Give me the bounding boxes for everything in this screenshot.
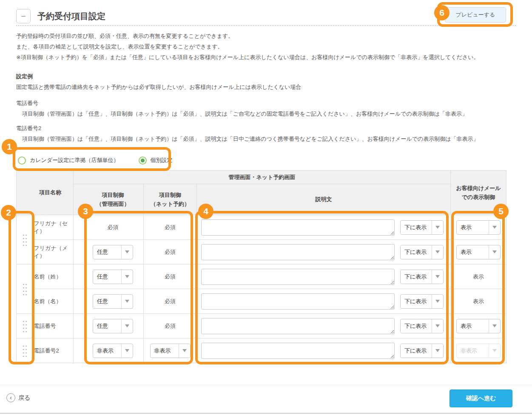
column-header-item-name: 項目名称: [17, 171, 74, 215]
column-header-description: 説明文: [197, 184, 451, 215]
table-row: 電話番号 任意 必須 下に表示 表示: [17, 314, 506, 338]
column-header-mail-control: お客様向けメール での表示制御: [451, 171, 506, 215]
title-divider: [16, 25, 516, 26]
example-item-name: 電話番号2: [16, 123, 516, 134]
description-line: ※項目制御（ネット予約）を「必須」または「任意」にしている項目をお客様向けメール…: [16, 52, 516, 63]
mail-control-select[interactable]: 表示: [456, 245, 501, 259]
dropdown-arrow-icon: [121, 245, 133, 259]
example-item-phone2: 電話番号2 項目制御（管理画面）は「任意」、項目制御（ネット予約）は「必須」、説…: [16, 123, 516, 144]
net-control-value: 必須: [165, 298, 176, 304]
admin-control-select[interactable]: 任意: [93, 270, 133, 284]
preview-button-label: プレビューする: [456, 11, 495, 19]
position-select[interactable]: 下に表示: [400, 344, 444, 358]
net-control-value: 必須: [165, 249, 176, 255]
item-name: フリガナ（セイ）: [32, 215, 74, 240]
drag-handle-icon[interactable]: [22, 319, 27, 333]
mail-control-value: 表示: [473, 273, 484, 280]
admin-control-select[interactable]: 非表示: [93, 344, 133, 358]
item-name: フリガナ（メイ）: [32, 240, 74, 264]
dropdown-arrow-icon: [121, 344, 133, 358]
dropdown-arrow-icon: [432, 221, 443, 234]
setting-mode-radio-group: カレンダー設定に準拠（店舗単位） 個別設定: [18, 154, 173, 166]
column-header-net-control: 項目制御 （ネット予約）: [144, 184, 197, 215]
page-description: 予約登録時の受付項目の並び順、必須・任意、表示の有無を変更することができます。 …: [16, 31, 516, 63]
net-control-value: 必須: [165, 224, 176, 230]
admin-control-select[interactable]: 任意: [93, 294, 133, 309]
description-textarea[interactable]: [201, 269, 395, 285]
mail-control-select-disabled: 非表示: [456, 344, 501, 358]
footer-divider: [0, 385, 532, 385]
radio-label: 個別設定: [151, 156, 173, 164]
example-heading: 設定例: [16, 71, 516, 82]
table-row: 電話番号2 非表示 非表示 下に表示 非表示: [17, 338, 506, 363]
radio-icon: [18, 156, 26, 165]
description-textarea[interactable]: [201, 343, 395, 359]
annotation-number-badge: 1: [2, 139, 17, 154]
example-item-detail: 項目制御（管理画面）は「任意」、項目制御（ネット予約）は「必須」、説明文は「ご自…: [16, 108, 516, 119]
position-select[interactable]: 下に表示: [400, 294, 444, 309]
drag-handle-icon[interactable]: [22, 233, 27, 246]
net-control-value: 必須: [165, 273, 176, 280]
collapse-section-button[interactable]: −: [16, 9, 31, 23]
dropdown-arrow-icon: [432, 245, 443, 259]
confirm-button[interactable]: 確認へ進む: [449, 389, 512, 407]
column-header-admin-control: 項目制御 （管理画面）: [74, 184, 144, 215]
description-textarea[interactable]: [201, 318, 395, 334]
admin-control-value: 必須: [108, 224, 119, 230]
back-button[interactable]: ‹ 戻る: [6, 393, 30, 402]
position-select[interactable]: 下に表示: [400, 319, 444, 333]
page-title: 予約受付項目設定: [37, 11, 105, 22]
dropdown-arrow-icon: [121, 295, 133, 308]
radio-label: カレンダー設定に準拠（店舗単位）: [30, 156, 119, 164]
item-name: 電話番号: [32, 314, 74, 338]
admin-control-select[interactable]: 任意: [93, 319, 133, 333]
radio-checked-icon: [139, 156, 147, 165]
dropdown-arrow-icon: [179, 344, 190, 358]
drag-handle-icon[interactable]: [22, 282, 27, 296]
bottom-border: [0, 413, 532, 414]
net-control-select[interactable]: 非表示: [150, 344, 191, 358]
preview-button[interactable]: プレビューする: [445, 7, 506, 23]
example-item-phone: 電話番号 項目制御（管理画面）は「任意」、項目制御（ネット予約）は「必須」、説明…: [16, 98, 516, 119]
description-textarea[interactable]: [201, 244, 395, 260]
confirm-button-label: 確認へ進む: [466, 395, 496, 402]
chevron-left-icon: ‹: [6, 393, 15, 402]
dropdown-arrow-icon: [121, 270, 133, 284]
dropdown-arrow-icon: [432, 270, 443, 284]
table-row: フリガナ（メイ） 任意 必須 下に表示 表示: [17, 240, 506, 264]
reservation-items-table: 項目名称 管理画面・ネット予約画面 お客様向けメール での表示制御 項目制御 （…: [16, 170, 506, 363]
net-control-value: 必須: [165, 323, 176, 329]
description-textarea[interactable]: [201, 219, 395, 236]
item-name: 名前（名）: [32, 289, 74, 314]
dropdown-arrow-icon: [432, 344, 443, 358]
example-text: 固定電話と携帯電話の連絡先をネット予約からは必ず取得したいが、お客様向けメール上…: [16, 82, 516, 92]
mail-control-value: 表示: [473, 298, 484, 304]
annotation-number-badge: 2: [1, 205, 16, 220]
table-row: 名前（名） 任意 必須 下に表示 表示: [17, 289, 506, 314]
table-row: フリガナ（セイ） 必須 必須 下に表示 表示: [17, 215, 506, 240]
drag-handle-icon[interactable]: [22, 344, 27, 357]
mail-control-select[interactable]: 表示: [456, 319, 501, 333]
position-select[interactable]: 下に表示: [400, 220, 444, 235]
example-item-detail: 項目制御（管理画面）は「任意」、項目制御（ネット予約）は「必須」、説明文は「日中…: [16, 134, 516, 144]
column-header-group: 管理画面・ネット予約画面: [74, 171, 451, 184]
position-select[interactable]: 下に表示: [400, 245, 444, 259]
item-name: 名前（姓）: [32, 264, 74, 289]
mail-control-select[interactable]: 表示: [456, 220, 501, 235]
dropdown-arrow-icon: [489, 319, 500, 333]
dropdown-arrow-icon: [489, 221, 500, 234]
dropdown-arrow-icon: [489, 245, 500, 259]
back-button-label: 戻る: [18, 394, 30, 402]
dropdown-arrow-icon: [432, 319, 443, 333]
minus-icon: −: [21, 11, 26, 21]
position-select[interactable]: 下に表示: [400, 270, 444, 284]
admin-control-select[interactable]: 任意: [93, 245, 133, 259]
description-textarea[interactable]: [201, 293, 395, 310]
item-name: 電話番号2: [32, 338, 74, 363]
example-block: 設定例 固定電話と携帯電話の連絡先をネット予約からは必ず取得したいが、お客様向け…: [16, 71, 516, 92]
example-item-name: 電話番号: [16, 98, 516, 108]
radio-individual-setting[interactable]: 個別設定: [139, 156, 173, 165]
description-line: また、各項目の補足として説明文を設定し、表示位置を変更することができます。: [16, 41, 516, 52]
table-row: 名前（姓） 任意 必須 下に表示 表示: [17, 264, 506, 289]
radio-calendar-setting[interactable]: カレンダー設定に準拠（店舗単位）: [18, 156, 119, 165]
